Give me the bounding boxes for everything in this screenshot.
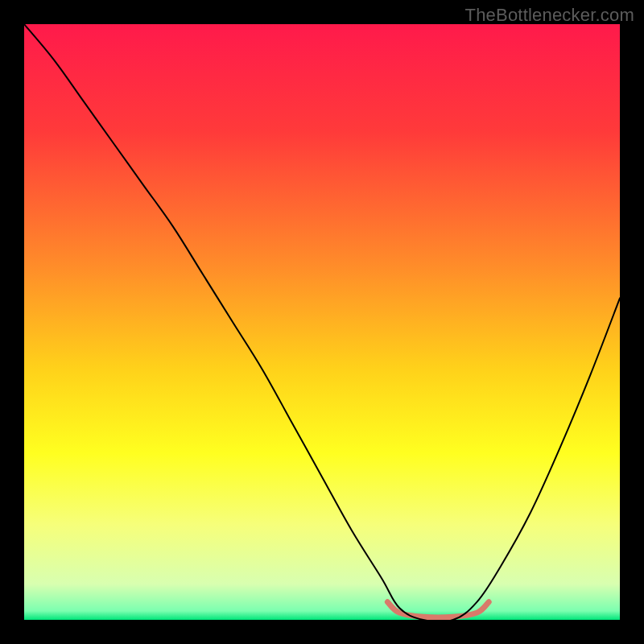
plot-area bbox=[24, 24, 620, 620]
sweet-spot-highlight bbox=[387, 602, 489, 617]
watermark-text: TheBottlenecker.com bbox=[465, 5, 634, 26]
bottleneck-curve bbox=[24, 24, 620, 620]
chart-frame: TheBottlenecker.com bbox=[0, 0, 644, 644]
curve-layer bbox=[24, 24, 620, 620]
